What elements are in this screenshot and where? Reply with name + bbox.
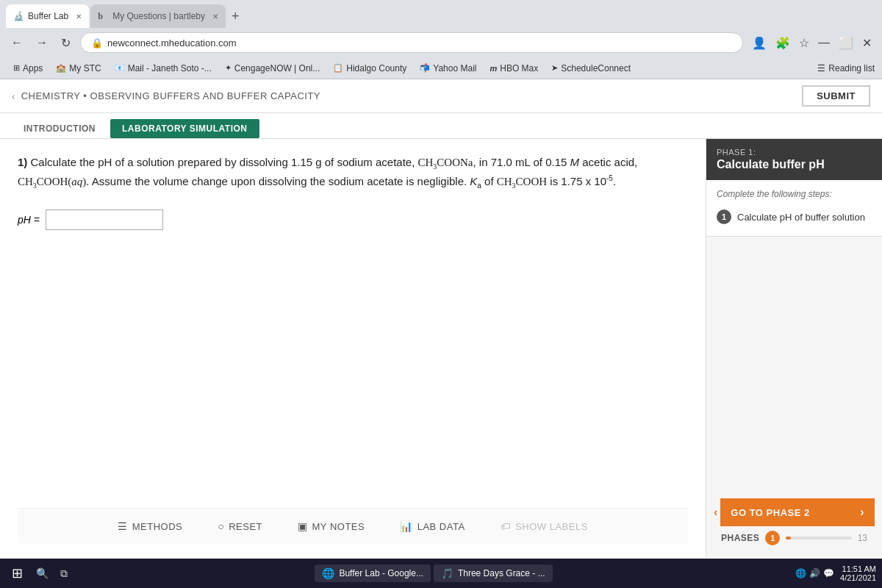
phase-subtitle: Complete the following steps: [717, 189, 872, 199]
phases-row: PHASES 1 13 [714, 526, 875, 550]
methods-button[interactable]: ☰ METHODS [112, 517, 188, 535]
taskbar-time-text: 11:51 AM [840, 564, 876, 573]
ph-label: pH = [18, 214, 40, 226]
main-content: ‹ CHEMISTRY • OBSERVING BUFFERS AND BUFF… [0, 79, 882, 559]
tab-favicon-2: b [98, 11, 108, 21]
tab-buffer-lab[interactable]: 🔬 Buffer Lab ✕ [6, 4, 89, 28]
submit-button[interactable]: SUBMIT [802, 85, 870, 107]
buffer-lab-icon: 🌐 [322, 567, 334, 579]
reset-icon: ○ [218, 520, 224, 532]
tab-laboratory-simulation[interactable]: LABORATORY SIMULATION [110, 119, 259, 138]
tab-label-2: My Questions | bartleby [112, 11, 205, 21]
browser-chrome: 🔬 Buffer Lab ✕ b My Questions | bartleby… [0, 0, 882, 79]
phase-name: Calculate buffer pH [717, 158, 872, 171]
phase-bottom: ‹ GO TO PHASE 2 › PHASES 1 13 [706, 490, 882, 559]
ph-input-row: pH = [18, 209, 688, 230]
search-button[interactable]: 🔍 [32, 564, 53, 582]
breadcrumb-back[interactable]: ‹ [12, 90, 15, 102]
phase-body: Complete the following steps: 1 Calculat… [706, 180, 882, 237]
phase-spacer [706, 237, 882, 490]
prev-phase-button[interactable]: ‹ [714, 506, 717, 519]
chem-ch3cooh-aq: CH3COOH(aq) [18, 176, 86, 187]
lock-icon: 🔒 [91, 37, 103, 49]
star-button[interactable]: ☆ [796, 35, 812, 51]
data-icon: 📊 [400, 520, 413, 532]
bookmark-schedule[interactable]: ➤ ScheduleConnect [545, 62, 637, 75]
taskbar: ⊞ 🔍 ⧉ 🌐 Buffer Lab - Google... 🎵 Three D… [0, 559, 882, 588]
new-tab-button[interactable]: + [227, 9, 244, 24]
page-header: ‹ CHEMISTRY • OBSERVING BUFFERS AND BUFF… [0, 79, 882, 113]
cengage-icon: ✦ [225, 63, 232, 73]
question-number: 1) [18, 156, 27, 168]
tab-close-2[interactable]: ✕ [212, 12, 218, 21]
bookmark-hidalgo[interactable]: 📋 Hidalgo County [327, 62, 412, 75]
tab-bartleby[interactable]: b My Questions | bartleby ✕ [90, 4, 226, 28]
refresh-button[interactable]: ↻ [57, 35, 74, 51]
tab-bar: 🔬 Buffer Lab ✕ b My Questions | bartleby… [0, 0, 882, 28]
volume-icon[interactable]: 🔊 [809, 568, 820, 578]
ph-input[interactable] [46, 209, 163, 230]
tab-close-1[interactable]: ✕ [76, 12, 82, 21]
step-number-1: 1 [717, 209, 731, 224]
bookmark-hbo-label: HBO Max [500, 63, 538, 74]
bottom-toolbar: ☰ METHODS ○ RESET ▣ MY NOTES 📊 LAB DATA … [18, 508, 688, 544]
bookmark-mail[interactable]: 📧 Mail - Janeth Soto -... [109, 62, 218, 75]
tab-label-1: Buffer Lab [28, 11, 68, 21]
apps-icon: ⊞ [13, 63, 20, 73]
hidalgo-icon: 📋 [333, 63, 343, 73]
right-panel: PHASE 1: Calculate buffer pH Complete th… [706, 139, 882, 559]
tab-favicon-1: 🔬 [13, 11, 24, 21]
taskbar-date-text: 4/21/2021 [840, 573, 876, 582]
url-box[interactable]: 🔒 newconnect.mheducation.com [80, 32, 743, 53]
bookmark-cengage-label: CengageNOW | Onl... [234, 63, 320, 74]
reading-list-icon: ☰ [817, 63, 825, 74]
reading-list-label: Reading list [828, 63, 875, 74]
phases-track [786, 537, 851, 539]
go-phase-2-button[interactable]: GO TO PHASE 2 › [720, 498, 875, 526]
spotify-icon: 🎵 [441, 567, 453, 579]
go-phase-label: GO TO PHASE 2 [731, 507, 809, 518]
bookmark-mystc-label: My STC [69, 63, 101, 74]
minimize-button[interactable]: — [815, 35, 833, 51]
bookmark-mail-label: Mail - Janeth Soto -... [128, 63, 212, 74]
mail-icon: 📧 [115, 63, 125, 73]
notification-icon[interactable]: 💬 [823, 568, 834, 578]
extension-button[interactable]: 🧩 [772, 35, 793, 51]
question-text: 1) Calculate the pH of a solution prepar… [18, 154, 688, 192]
reading-list-button[interactable]: ☰ Reading list [817, 63, 875, 74]
lab-main: 1) Calculate the pH of a solution prepar… [0, 139, 706, 559]
methods-label: METHODS [132, 521, 183, 532]
bookmark-hbo[interactable]: m HBO Max [484, 62, 544, 75]
taskbar-app-spotify[interactable]: 🎵 Three Days Grace - ... [434, 564, 553, 582]
lab-data-button[interactable]: 📊 LAB DATA [394, 517, 470, 535]
taskbar-task-view[interactable]: ⧉ [56, 564, 72, 583]
taskbar-app-spotify-label: Three Days Grace - ... [458, 568, 545, 578]
browser-actions: 👤 🧩 ☆ — ⬜ ✕ [749, 35, 875, 51]
profile-button[interactable]: 👤 [749, 35, 770, 51]
taskbar-app-buffer-lab[interactable]: 🌐 Buffer Lab - Google... [315, 564, 431, 582]
bookmark-cengage[interactable]: ✦ CengageNOW | Onl... [219, 62, 326, 75]
chem-ch3cooh: CH3COOH [497, 176, 547, 187]
bookmark-apps-label: Apps [23, 63, 43, 74]
back-button[interactable]: ← [7, 35, 26, 51]
my-notes-button[interactable]: ▣ MY NOTES [292, 517, 370, 535]
show-labels-button[interactable]: 🏷 SHOW LABELS [495, 517, 594, 535]
bookmark-yahoo[interactable]: 📬 Yahoo Mail [414, 62, 482, 75]
chem-ch3coona: CH3COONa [418, 157, 473, 168]
address-bar: ← → ↻ 🔒 newconnect.mheducation.com 👤 🧩 ☆… [0, 28, 882, 57]
taskbar-app-buffer-label: Buffer Lab - Google... [339, 568, 423, 578]
reset-button[interactable]: ○ RESET [212, 517, 268, 535]
maximize-button[interactable]: ⬜ [836, 35, 856, 51]
schedule-icon: ➤ [551, 63, 558, 73]
forward-button[interactable]: → [32, 35, 51, 51]
start-button[interactable]: ⊞ [6, 562, 29, 584]
bookmark-mystc[interactable]: 🏫 My STC [50, 62, 107, 75]
phase-title: PHASE 1: [717, 148, 872, 157]
tab-introduction[interactable]: INTRODUCTION [12, 119, 107, 138]
bookmark-apps[interactable]: ⊞ Apps [7, 62, 49, 75]
close-button[interactable]: ✕ [859, 35, 875, 51]
taskbar-clock: 11:51 AM 4/21/2021 [840, 564, 876, 582]
page-header-right: SUBMIT [802, 85, 870, 107]
bookmark-schedule-label: ScheduleConnect [561, 63, 631, 74]
network-icon[interactable]: 🌐 [795, 568, 806, 578]
